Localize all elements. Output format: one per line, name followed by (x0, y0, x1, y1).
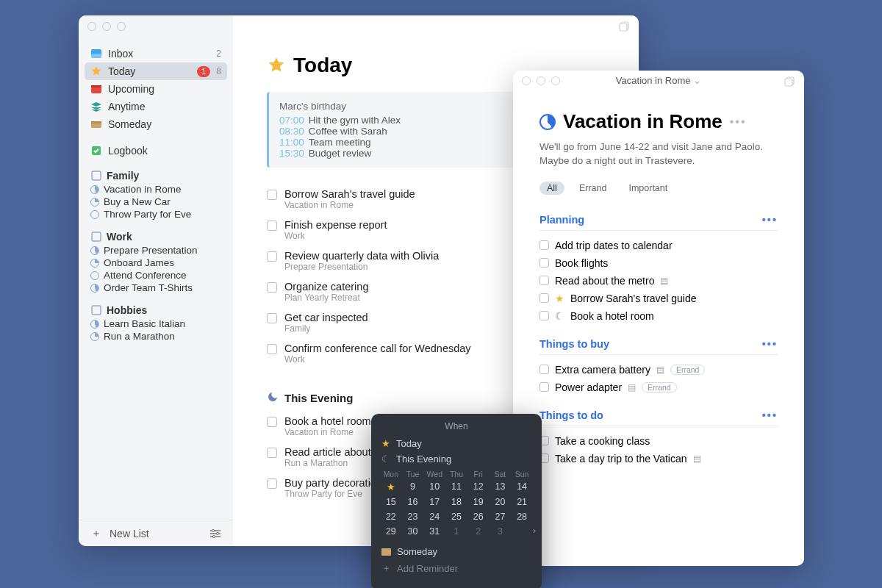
sidebar-item-someday[interactable]: Someday (79, 115, 233, 133)
task-checkbox[interactable] (267, 251, 277, 262)
window-title[interactable]: Vacation in Rome ⌄ (513, 75, 804, 86)
calendar-day[interactable]: 13 (490, 480, 512, 494)
popover-option-evening[interactable]: ☾ This Evening (380, 451, 533, 467)
calendar-day[interactable]: 31 (423, 525, 445, 538)
project-section-header[interactable]: Things to buy••• (539, 338, 778, 355)
more-icon[interactable]: ••• (730, 115, 747, 129)
calendar-day[interactable]: 29 (380, 525, 402, 538)
area-hobbies[interactable]: Hobbies (79, 303, 233, 318)
sidebar-project[interactable]: Order Team T-Shirts (79, 282, 233, 294)
traffic-lights[interactable] (87, 22, 126, 31)
task-checkbox[interactable] (267, 220, 277, 231)
popover-option-someday[interactable]: Someday (380, 544, 533, 559)
sidebar-project[interactable]: Prepare Presentation (79, 244, 233, 257)
minimize-icon[interactable] (102, 22, 111, 31)
task-row[interactable]: Power adapter ▤ Errand (539, 379, 778, 396)
calendar-day[interactable]: 25 (445, 510, 467, 523)
task-tag[interactable]: Errand (670, 365, 706, 375)
sidebar-project[interactable]: Run a Marathon (79, 330, 233, 343)
project-tag-filter[interactable]: All Errand Important (539, 182, 778, 195)
task-checkbox[interactable] (539, 276, 549, 285)
task-checkbox[interactable] (267, 313, 277, 323)
sidebar-item-upcoming[interactable]: Upcoming (79, 80, 233, 98)
task-row[interactable]: Read about the metro ▤ (539, 272, 778, 290)
calendar-day[interactable]: 16 (402, 495, 424, 509)
calendar-grid[interactable]: MonTueWedThuFriSatSun★910111213141516171… (380, 470, 533, 538)
next-month-icon[interactable]: › (533, 525, 536, 536)
new-window-icon[interactable] (784, 76, 795, 90)
calendar-day[interactable]: 28 (511, 510, 533, 523)
calendar-day[interactable]: 23 (402, 510, 424, 523)
task-checkbox[interactable] (539, 293, 549, 303)
project-section-header[interactable]: Planning••• (539, 214, 778, 231)
area-family[interactable]: Family (79, 168, 233, 183)
calendar-day[interactable]: 19 (467, 495, 490, 509)
more-icon[interactable]: ••• (762, 214, 778, 226)
new-window-icon[interactable] (619, 21, 630, 35)
task-checkbox[interactable] (267, 448, 277, 458)
calendar-day[interactable]: 17 (423, 495, 445, 509)
calendar-day[interactable]: 3 (490, 525, 512, 538)
calendar-day[interactable]: 24 (423, 510, 445, 523)
area-work[interactable]: Work (79, 229, 233, 244)
task-checkbox[interactable] (539, 258, 549, 268)
task-row[interactable]: Book flights (539, 254, 778, 272)
project-notes[interactable]: We'll go from June 14-22 and visit Jane … (539, 140, 778, 168)
sidebar-project[interactable]: Throw Party for Eve (79, 208, 233, 220)
calendar-day[interactable]: 20 (490, 495, 512, 509)
tag-important[interactable]: Important (621, 182, 675, 195)
tag-all[interactable]: All (539, 182, 564, 195)
task-tag[interactable]: Errand (642, 382, 677, 392)
tag-errand[interactable]: Errand (572, 182, 614, 195)
sidebar-project[interactable]: Onboard James (79, 257, 233, 269)
task-checkbox[interactable] (267, 478, 277, 489)
task-checkbox[interactable] (539, 311, 549, 320)
sidebar-item-inbox[interactable]: Inbox 2 (79, 45, 233, 62)
sidebar-item-today[interactable]: Today 1 8 (85, 62, 227, 80)
task-checkbox[interactable] (267, 417, 277, 427)
popover-option-today[interactable]: ★ Today (380, 436, 533, 451)
calendar-day[interactable]: 15 (380, 495, 402, 509)
more-icon[interactable]: ••• (762, 338, 778, 350)
calendar-day[interactable]: 22 (380, 510, 402, 523)
task-checkbox[interactable] (267, 282, 277, 293)
calendar-day[interactable]: 9 (402, 480, 424, 494)
when-popover[interactable]: When ★ Today ☾ This Evening MonTueWedThu… (371, 414, 542, 588)
task-checkbox[interactable] (267, 344, 277, 354)
calendar-day[interactable]: 1 (445, 525, 467, 538)
calendar-day[interactable]: 2 (467, 525, 490, 538)
sidebar-item-logbook[interactable]: Logbook (79, 142, 233, 159)
calendar-day[interactable]: 11 (445, 480, 467, 494)
sidebar-project[interactable]: Buy a New Car (79, 196, 233, 208)
task-row[interactable]: Add trip dates to calendar (539, 237, 778, 254)
task-checkbox[interactable] (539, 382, 549, 392)
task-row[interactable]: Extra camera battery ▤ Errand (539, 361, 778, 379)
task-checkbox[interactable] (539, 240, 549, 250)
calendar-day[interactable]: 30 (402, 525, 424, 538)
calendar-day[interactable]: 18 (445, 495, 467, 509)
calendar-day[interactable]: 10 (423, 480, 445, 494)
settings-icon[interactable] (209, 528, 221, 539)
zoom-icon[interactable] (117, 22, 126, 31)
sidebar-item-anytime[interactable]: Anytime (79, 98, 233, 115)
task-row[interactable]: Take a cooking class (539, 432, 778, 450)
sidebar-project[interactable]: Learn Basic Italian (79, 318, 233, 330)
task-row[interactable]: Take a day trip to the Vatican ▤ (539, 450, 778, 467)
task-row[interactable]: ☾Book a hotel room (539, 307, 778, 325)
sidebar-project[interactable]: Vacation in Rome (79, 183, 233, 196)
calendar-day[interactable]: ★ (380, 480, 402, 494)
calendar-day[interactable]: 26 (467, 510, 490, 523)
plus-icon[interactable]: ＋ (90, 528, 102, 539)
sidebar-project[interactable]: Attend Conference (79, 269, 233, 282)
calendar-day[interactable]: 21 (511, 495, 533, 509)
task-checkbox[interactable] (267, 190, 277, 200)
calendar-day[interactable]: 14 (511, 480, 533, 494)
project-section-header[interactable]: Things to do••• (539, 409, 778, 426)
calendar-day[interactable]: 12 (467, 480, 490, 494)
new-list-button[interactable]: New List (110, 528, 149, 539)
calendar-day[interactable]: 27 (490, 510, 512, 523)
popover-add-reminder[interactable]: ＋ Add Reminder (380, 559, 533, 577)
task-row[interactable]: ★Borrow Sarah's travel guide (539, 290, 778, 307)
more-icon[interactable]: ••• (762, 409, 778, 421)
close-icon[interactable] (87, 22, 96, 31)
